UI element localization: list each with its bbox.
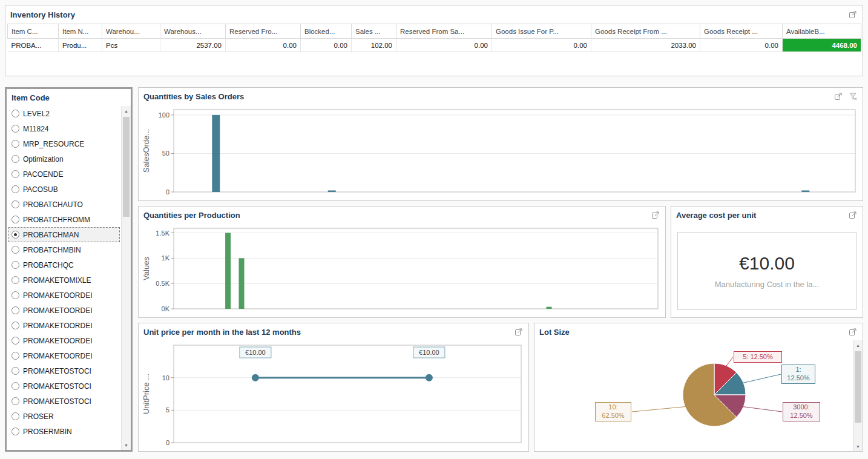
item-code-option[interactable]: PROBATCHMBIN: [8, 242, 120, 257]
scrollbar-track[interactable]: [122, 116, 131, 440]
item-code-label: PROMAKETOORDEI: [23, 322, 92, 330]
column-header[interactable]: Goods Receipt ...: [700, 24, 783, 39]
scrollbar-track[interactable]: [853, 350, 863, 441]
svg-text:0: 0: [166, 188, 169, 196]
item-code-option[interactable]: PACOSUB: [8, 182, 120, 197]
radio-icon: [12, 110, 19, 117]
item-code-option[interactable]: PROBATCHQC: [8, 257, 120, 272]
item-code-option[interactable]: PROSERMBIN: [8, 424, 120, 439]
item-code-label: LEVEL2: [23, 110, 50, 118]
item-code-option[interactable]: PROMAKETOORDEI: [8, 333, 120, 348]
radio-icon: [12, 185, 19, 193]
item-code-option[interactable]: PROBATCHFROMM: [8, 212, 120, 227]
lot-size-scrollbar[interactable]: ▲ ▼: [853, 340, 863, 451]
export-icon[interactable]: [848, 327, 858, 337]
cell: PROBA...: [8, 39, 59, 52]
item-code-option[interactable]: PROSER: [8, 409, 120, 424]
cell: 2033.00: [591, 39, 700, 52]
svg-text:0K: 0K: [162, 305, 170, 312]
lot-size-title: Lot Size: [539, 328, 843, 337]
radio-icon: [12, 140, 19, 148]
item-code-option[interactable]: PROMAKETOMIXLE: [8, 272, 120, 288]
svg-text:0.5K: 0.5K: [156, 280, 169, 287]
radio-icon: [12, 352, 19, 360]
item-code-option[interactable]: M11824: [8, 121, 120, 136]
item-code-option[interactable]: MRP_RESOURCE: [8, 136, 120, 151]
svg-text:1K: 1K: [162, 254, 170, 262]
item-code-label: PROBATCHMAN: [23, 231, 79, 239]
column-header[interactable]: Item N...: [59, 24, 102, 39]
average-cost-subtitle: Manufacturing Cost in the la...: [715, 280, 820, 289]
column-header[interactable]: Reserved From Sa...: [396, 24, 492, 39]
table-row[interactable]: PROBA...Produ...Pcs2537.000.000.00102.00…: [8, 39, 861, 52]
pie-slice-label: 3000:12.50%: [783, 402, 820, 421]
item-code-option[interactable]: PROMAKETOSTOCI: [8, 394, 120, 409]
column-header[interactable]: Goods Issue For P...: [492, 24, 591, 39]
average-cost-panel: Average cost per unit €10.00 Manufacturi…: [671, 206, 863, 318]
column-header[interactable]: Item C...: [8, 24, 59, 39]
cell: Produ...: [59, 39, 102, 52]
sales-orders-title: Quantities by Sales Orders: [143, 92, 829, 101]
item-code-option[interactable]: PROMAKETOSTOCI: [8, 378, 120, 394]
svg-text:Values: Values: [142, 257, 151, 280]
column-header[interactable]: Reserved Fro...: [226, 24, 301, 39]
export-icon[interactable]: [833, 91, 843, 101]
unit-price-title: Unit price per month in the last 12 mont…: [143, 328, 509, 337]
export-icon[interactable]: [514, 327, 524, 337]
production-title: Quantities per Production: [143, 211, 646, 220]
radio-icon: [12, 337, 19, 345]
table-header-row: Item C...Item N...Warehou...Warehous...R…: [8, 24, 861, 39]
item-code-panel: Item Code LEVEL2M11824MRP_RESOURCEOptimi…: [5, 87, 133, 452]
item-code-option[interactable]: PACOENDE: [8, 167, 120, 182]
item-code-option[interactable]: Optimization: [8, 151, 120, 167]
item-code-option[interactable]: PROMAKETOORDEI: [8, 348, 120, 363]
item-code-option[interactable]: PROBATCHAUTO: [8, 197, 120, 212]
unit-price-panel: Unit price per month in the last 12 mont…: [138, 323, 529, 452]
clear-filter-icon[interactable]: [848, 91, 858, 101]
scroll-down-icon[interactable]: ▼: [122, 440, 131, 450]
svg-text:50: 50: [162, 150, 169, 157]
item-code-option[interactable]: PROMAKETOSTOCI: [8, 363, 120, 378]
radio-icon: [12, 382, 19, 390]
item-code-label: PROMAKETOSTOCI: [23, 397, 91, 406]
radio-icon: [12, 367, 19, 375]
item-code-option[interactable]: LEVEL2: [8, 106, 120, 121]
dashboard: Inventory History Item C...Item N...Ware…: [0, 0, 868, 459]
item-code-option[interactable]: PROBATCHMAN: [8, 227, 120, 242]
column-header[interactable]: Warehous...: [160, 24, 226, 39]
radio-selected-icon: [12, 231, 19, 239]
item-code-label: Optimization: [23, 155, 64, 163]
export-icon[interactable]: [848, 210, 858, 220]
scroll-up-icon[interactable]: ▲: [122, 106, 131, 116]
column-header[interactable]: Sales ...: [352, 24, 396, 39]
export-icon[interactable]: [848, 10, 858, 19]
production-chart: Values0K0.5K1K1.5K: [140, 223, 664, 316]
item-code-option[interactable]: PROMAKETOORDEI: [8, 288, 120, 303]
column-header[interactable]: Blocked...: [301, 24, 352, 39]
svg-text:10: 10: [162, 374, 169, 381]
average-cost-card: €10.00 Manufacturing Cost in the la...: [677, 232, 856, 310]
column-header[interactable]: Warehou...: [102, 24, 160, 39]
item-code-label: PROBATCHQC: [23, 261, 74, 269]
average-cost-title: Average cost per unit: [676, 211, 843, 220]
scrollbar-thumb[interactable]: [855, 351, 861, 423]
item-code-label: M11824: [23, 125, 48, 133]
cell: 0.00: [226, 39, 301, 52]
item-code-label: PROMAKETOORDEI: [23, 352, 92, 360]
item-code-label: PROMAKETOORDEI: [23, 306, 92, 315]
scroll-down-icon[interactable]: ▼: [853, 441, 863, 451]
item-code-option[interactable]: PROMAKETOORDEI: [8, 303, 120, 318]
unit-price-chart: UnitPrice ...0510€10.00€10.00: [140, 340, 527, 450]
scroll-up-icon[interactable]: ▲: [853, 340, 863, 350]
column-header[interactable]: AvailableB...: [783, 24, 861, 39]
production-panel: Quantities per Production Values0K0.5K1K…: [138, 206, 666, 318]
export-icon[interactable]: [651, 210, 660, 220]
column-header[interactable]: Goods Receipt From ...: [591, 24, 700, 39]
svg-text:0: 0: [166, 439, 169, 446]
item-code-scrollbar[interactable]: ▲ ▼: [121, 106, 131, 450]
item-code-label: PROMAKETOORDEI: [23, 337, 92, 345]
scrollbar-thumb[interactable]: [123, 117, 130, 217]
item-code-option[interactable]: PROMAKETOORDEI: [8, 318, 120, 333]
production-header: Quantities per Production: [139, 206, 665, 223]
inventory-table: Item C...Item N...Warehou...Warehous...R…: [7, 24, 861, 52]
